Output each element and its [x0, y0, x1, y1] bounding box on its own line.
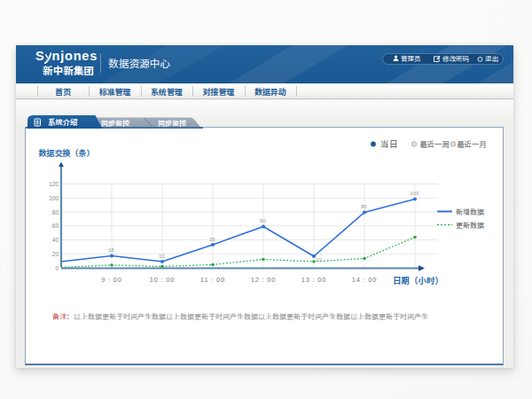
svg-text:80: 80: [361, 202, 367, 210]
svg-text:0: 0: [55, 263, 59, 272]
svg-text:当日: 当日: [380, 137, 398, 150]
svg-text:更新数据: 更新数据: [456, 220, 484, 230]
svg-text:10: 10: [316, 255, 322, 263]
svg-text:80: 80: [52, 207, 59, 216]
svg-text:最近一周: 最近一周: [420, 138, 450, 149]
svg-text:日期（小时）: 日期（小时）: [393, 274, 443, 286]
svg-text:数据交换（条）: 数据交换（条）: [39, 147, 95, 159]
svg-text:35: 35: [209, 235, 215, 243]
svg-text:13 : 00: 13 : 00: [301, 274, 327, 284]
svg-text:60: 60: [260, 216, 266, 224]
svg-text:100: 100: [49, 193, 59, 202]
svg-text:18: 18: [108, 246, 114, 254]
svg-text:100: 100: [410, 189, 419, 197]
svg-text:40: 40: [52, 235, 59, 244]
svg-text:10 : 00: 10 : 00: [150, 274, 176, 284]
svg-text:11 : 00: 11 : 00: [200, 274, 225, 284]
svg-text:14 : 00: 14 : 00: [352, 274, 378, 284]
svg-text:9 : 00: 9 : 00: [101, 274, 122, 284]
svg-text:20: 20: [52, 249, 59, 258]
svg-text:新增数据: 新增数据: [456, 207, 484, 216]
svg-text:10: 10: [159, 252, 165, 260]
svg-text:12 : 00: 12 : 00: [251, 274, 277, 284]
svg-text:最近一月: 最近一月: [458, 138, 487, 149]
svg-text:60: 60: [52, 221, 59, 230]
svg-text:120: 120: [49, 179, 59, 188]
